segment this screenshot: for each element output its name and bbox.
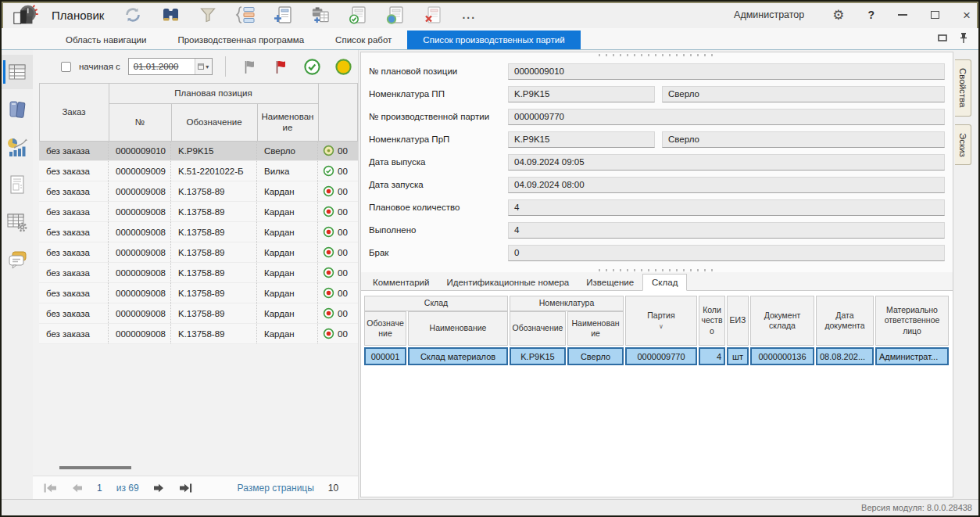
warehouse-table-row[interactable]: 000001 Склад материалов K.P9K15 Сверло 0… bbox=[364, 347, 950, 365]
field-defect[interactable]: 0 bbox=[508, 245, 945, 261]
add-production-icon[interactable] bbox=[310, 5, 331, 25]
cell-tail: 00 bbox=[338, 289, 348, 298]
column-header-number[interactable]: № bbox=[109, 103, 172, 142]
field-completed[interactable]: 4 bbox=[508, 222, 945, 239]
tab-notification[interactable]: Извещение bbox=[578, 275, 642, 290]
table-row[interactable]: без заказа 0000009008 K.13758-89 Кардан … bbox=[39, 202, 358, 222]
table-row[interactable]: без заказа 0000009008 K.13758-89 Кардан … bbox=[39, 222, 358, 242]
field-nomenclature-prp-name[interactable]: Сверло bbox=[662, 131, 945, 148]
date-filter-checkbox[interactable] bbox=[61, 62, 71, 72]
tab-navigation-area[interactable]: Область навигации bbox=[50, 31, 162, 49]
sort-descending-icon: ∨ bbox=[659, 323, 663, 331]
filter-funnel-icon[interactable] bbox=[198, 5, 218, 25]
field-label-nomenclature-pp: Номенклатура ПП bbox=[369, 89, 508, 99]
column-header-nomenclature-name[interactable]: Наименование bbox=[567, 311, 624, 346]
calendar-dropdown-button[interactable]: ▾ bbox=[195, 59, 212, 74]
next-page-button[interactable] bbox=[153, 483, 165, 493]
column-header-status[interactable] bbox=[318, 83, 358, 142]
column-header-warehouse-name[interactable]: Наименование bbox=[408, 311, 508, 346]
field-nomenclature-pp-name[interactable]: Сверло bbox=[662, 86, 945, 102]
column-header-nomenclature-code[interactable]: Обозначение bbox=[510, 311, 566, 346]
last-page-button[interactable] bbox=[179, 483, 192, 493]
rail-item-comments[interactable] bbox=[2, 242, 33, 277]
maximize-button[interactable] bbox=[931, 11, 939, 19]
rail-item-analytics[interactable] bbox=[2, 130, 33, 164]
minimize-button[interactable] bbox=[898, 14, 907, 16]
page-size-value[interactable]: 10 bbox=[328, 483, 338, 494]
column-header-batch[interactable]: Партия∨ bbox=[625, 296, 697, 346]
table-row[interactable]: без заказа 0000009008 K.13758-89 Кардан … bbox=[39, 324, 358, 344]
column-group-nomenclature: Номенклатура bbox=[510, 296, 624, 311]
cell-designation: K.13758-89 bbox=[171, 222, 257, 242]
table-row[interactable]: без заказа 0000009010 K.P9K15 Сверло 00 bbox=[39, 141, 358, 161]
rail-item-table-settings[interactable] bbox=[2, 205, 33, 239]
cell-tail: 00 bbox=[338, 309, 348, 318]
column-header-unit[interactable]: ЕИЗ bbox=[727, 296, 749, 346]
table-row[interactable]: без заказа 0000009008 K.13758-89 Кардан … bbox=[39, 283, 358, 303]
cell-tail: 00 bbox=[338, 248, 348, 257]
field-planned-qty[interactable]: 4 bbox=[508, 199, 945, 216]
tab-identification-numbers[interactable]: Идентификационные номера bbox=[438, 275, 578, 290]
confirm-document-icon[interactable] bbox=[348, 5, 368, 25]
first-page-button[interactable] bbox=[44, 483, 57, 493]
gray-flag-button[interactable] bbox=[238, 59, 262, 74]
column-header-responsible-person[interactable]: Материально ответственное лицо bbox=[875, 296, 949, 346]
settings-gear-icon[interactable]: ⚙ bbox=[832, 9, 844, 22]
cell-tail: 00 bbox=[338, 146, 348, 156]
column-header-warehouse-document[interactable]: Документ склада bbox=[750, 296, 814, 346]
complete-check-button[interactable] bbox=[301, 58, 324, 76]
status-active-icon bbox=[323, 246, 334, 258]
add-document-icon[interactable] bbox=[273, 5, 293, 25]
table-row[interactable]: без заказа 0000009008 K.13758-89 Кардан … bbox=[39, 181, 358, 202]
table-row[interactable]: без заказа 0000009008 K.13758-89 Кардан … bbox=[39, 263, 358, 283]
close-button[interactable]: × bbox=[963, 9, 971, 22]
column-header-document-date[interactable]: Дата документа bbox=[816, 296, 874, 346]
column-header-designation[interactable]: Обозначение bbox=[171, 103, 258, 142]
app-logo-icon bbox=[11, 5, 39, 25]
field-label-plan-position: № плановой позиции bbox=[369, 66, 508, 76]
refresh-icon[interactable] bbox=[123, 5, 143, 25]
table-row[interactable]: без заказа 0000009008 K.13758-89 Кардан … bbox=[39, 303, 358, 324]
restore-panel-icon[interactable] bbox=[938, 34, 947, 42]
tab-production-program[interactable]: Производственная программа bbox=[162, 31, 320, 49]
field-batch-number[interactable]: 0000009770 bbox=[508, 109, 945, 125]
field-nomenclature-pp-code[interactable]: K.P9K15 bbox=[508, 86, 655, 102]
column-header-quantity[interactable]: Количество bbox=[699, 296, 725, 346]
tab-comment[interactable]: Комментарий bbox=[364, 275, 438, 290]
pin-panel-icon[interactable] bbox=[960, 32, 967, 43]
page-count: из 69 bbox=[116, 483, 139, 494]
column-header-order[interactable]: Заказ bbox=[39, 83, 109, 142]
rail-item-plan-grid[interactable] bbox=[2, 55, 33, 89]
yellow-status-button[interactable] bbox=[332, 58, 356, 76]
cell-order: без заказа bbox=[39, 161, 109, 181]
red-flag-button[interactable] bbox=[270, 59, 293, 74]
document-tab-strip: Область навигации Производственная прогр… bbox=[2, 28, 978, 49]
help-button[interactable]: ? bbox=[868, 9, 875, 21]
tab-warehouse[interactable]: Склад bbox=[642, 274, 687, 291]
column-header-name[interactable]: Наименование bbox=[257, 103, 319, 142]
column-group-plan-position: Плановая позиция bbox=[109, 83, 319, 104]
dock-tab-sketch[interactable]: Эскиз bbox=[955, 124, 971, 166]
current-user-label[interactable]: Администратор bbox=[734, 9, 804, 20]
date-filter-input[interactable]: 01.01.2000 ▾ bbox=[128, 58, 213, 75]
field-launch-date[interactable]: 04.09.2024 08:00 bbox=[508, 177, 945, 193]
table-row[interactable]: без заказа 0000009008 K.13758-89 Кардан … bbox=[39, 242, 358, 263]
field-plan-position[interactable]: 0000009010 bbox=[508, 63, 945, 80]
rail-item-catalogs[interactable] bbox=[2, 92, 33, 127]
tab-production-batches[interactable]: Список производственных партий bbox=[407, 31, 580, 49]
rail-item-document[interactable] bbox=[2, 167, 33, 202]
toolbar-overflow-button[interactable]: ... bbox=[462, 9, 476, 21]
field-nomenclature-prp-code[interactable]: K.P9K15 bbox=[508, 131, 655, 148]
horizontal-scrollbar-thumb[interactable] bbox=[59, 466, 131, 469]
start-document-icon[interactable] bbox=[385, 5, 406, 25]
cell-name: Кардан bbox=[257, 181, 318, 201]
dock-tab-properties[interactable]: Свойства bbox=[955, 59, 971, 117]
field-release-date[interactable]: 04.09.2024 09:05 bbox=[508, 154, 945, 171]
grouping-brace-icon[interactable] bbox=[235, 5, 256, 25]
table-row[interactable]: без заказа 0000009009 K.51-2201022-Б Вил… bbox=[39, 161, 358, 181]
cancel-document-icon[interactable] bbox=[423, 5, 443, 25]
previous-page-button[interactable] bbox=[71, 483, 83, 493]
tab-work-list[interactable]: Список работ bbox=[320, 31, 407, 49]
binoculars-icon[interactable] bbox=[160, 5, 181, 25]
column-header-warehouse-code[interactable]: Обозначение bbox=[364, 311, 406, 346]
